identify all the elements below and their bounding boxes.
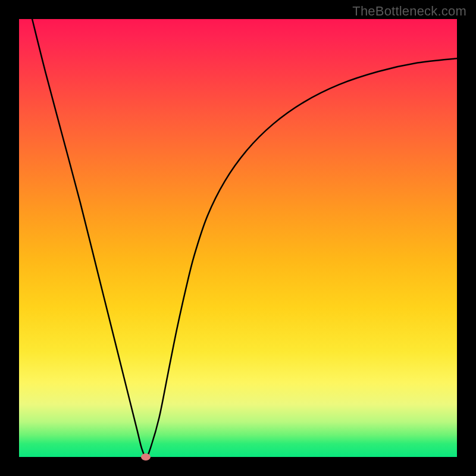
- bottleneck-curve-svg: [19, 19, 457, 457]
- minimum-marker: [141, 453, 151, 461]
- chart-container: TheBottleneck.com: [0, 0, 476, 476]
- watermark-text: TheBottleneck.com: [352, 4, 466, 19]
- bottleneck-curve-path: [32, 19, 457, 457]
